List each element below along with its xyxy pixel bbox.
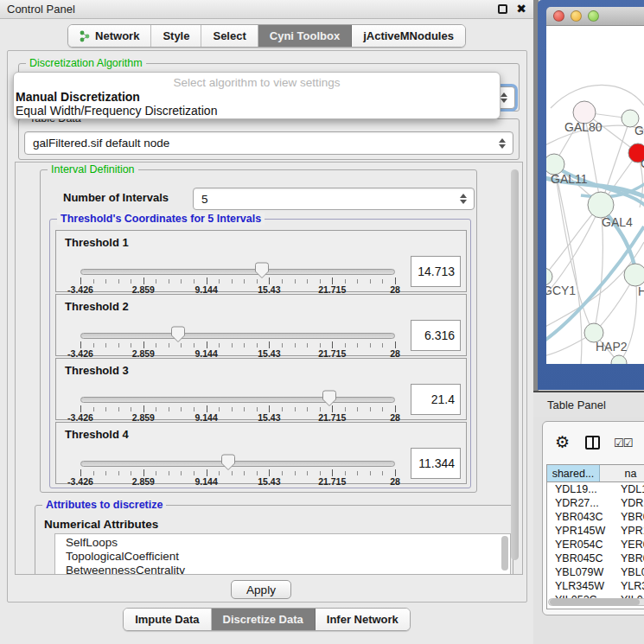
dropdown-option[interactable]: Manual Discretization [14, 90, 500, 104]
node-label: GAL [634, 124, 644, 137]
cell-shared-name: YBR045C [547, 552, 614, 564]
table-header: shared... na [547, 465, 644, 482]
network-node[interactable] [588, 192, 614, 218]
tab-cyni-toolbox[interactable]: Cyni Toolbox [258, 25, 352, 47]
scale-label: 2.859 [132, 476, 155, 487]
list-scrollbar[interactable] [501, 536, 508, 571]
scale-label: 9.144 [194, 476, 217, 487]
table-row[interactable]: YBL079WYBL0 [547, 565, 644, 579]
slider-thumb[interactable] [220, 454, 236, 471]
table-data-combobox[interactable]: galFiltered.sif default node [24, 131, 513, 155]
tab-impute-data[interactable]: Impute Data [124, 609, 211, 630]
node-label: H [638, 284, 644, 298]
attribute-list-item[interactable]: TopologicalCoefficient [66, 550, 510, 564]
column-header-name[interactable]: na [600, 465, 644, 481]
slider-ticks [80, 407, 396, 411]
major-tick [207, 277, 207, 284]
slider-track[interactable] [80, 397, 395, 403]
major-tick [332, 277, 333, 284]
slider-track[interactable] [80, 333, 395, 339]
slider-thumb[interactable] [170, 326, 186, 343]
threshold-row: Threshold 3-3.4262.8599.14415.4321.71528… [55, 358, 467, 420]
major-tick [80, 277, 81, 284]
cell-name: YDR2 [614, 497, 644, 509]
table-toolbar: ⚙ ☑☑ [543, 422, 644, 463]
slider-thumb[interactable] [322, 390, 337, 407]
close-icon[interactable]: ✖ [516, 4, 526, 14]
zoom-button-icon[interactable] [588, 10, 599, 22]
apply-button[interactable]: Apply [231, 580, 291, 599]
network-window: GAL80GALCGAL11GAL4GCY1HHAP2 [538, 0, 644, 390]
threshold-label: Threshold 3 [65, 364, 129, 377]
network-canvas[interactable]: GAL80GALCGAL11GAL4GCY1HHAP2 [546, 26, 644, 364]
number-of-intervals-label: Number of Intervals [63, 191, 169, 204]
major-tick [207, 405, 207, 412]
threshold-label: Threshold 2 [65, 300, 129, 313]
attributes-listbox[interactable]: SelfLoopsTopologicalCoefficientBetweenne… [54, 533, 511, 575]
interval-group-label: Interval Definition [48, 163, 138, 175]
algorithm-dropdown-popup: Select algorithm to view settings Manual… [13, 72, 501, 119]
table-data-group: Table Data galFiltered.sif default node [18, 118, 520, 160]
tab-network[interactable]: Network [68, 25, 151, 47]
tab-jactivemnodules[interactable]: jActiveMNodules [352, 25, 465, 47]
slider-ticks [80, 471, 396, 475]
major-tick [269, 469, 270, 476]
split-columns-icon[interactable] [585, 436, 600, 450]
control-panel-window: Control Panel ✖ NetworkStyleSelectCyni T… [0, 0, 533, 644]
cell-name: YLR3 [614, 580, 644, 592]
tab-discretize-data[interactable]: Discretize Data [212, 609, 316, 630]
interval-definition-group: Interval Definition Number of Intervals … [40, 169, 477, 493]
network-node[interactable] [624, 264, 644, 286]
node-table: shared... na YDL19...YDL1YDR27...YDR2YBR… [546, 464, 644, 609]
minimize-button-icon[interactable] [571, 10, 582, 22]
table-row[interactable]: YER054CYER0 [547, 538, 644, 552]
checkbox-icons[interactable]: ☑☑ [614, 437, 632, 450]
threshold-value-field[interactable]: 6.316 [411, 320, 461, 351]
horizontal-scrollbar[interactable] [548, 598, 644, 606]
attribute-list-item[interactable]: SelfLoops [66, 536, 510, 550]
threshold-row: Threshold 1-3.4262.8599.14415.4321.71528… [55, 230, 467, 292]
slider-thumb[interactable] [254, 262, 270, 279]
major-tick [332, 341, 333, 348]
major-tick [395, 405, 396, 412]
cell-name: YBL0 [614, 566, 644, 578]
table-row[interactable]: YDL19...YDL1 [547, 482, 644, 496]
attribute-list-item[interactable]: BetweennessCentrality [66, 564, 510, 575]
scale-label: -3.426 [67, 476, 93, 487]
threshold-value-field[interactable]: 11.344 [411, 448, 461, 479]
table-row[interactable]: YDR27...YDR2 [547, 496, 644, 510]
close-button-icon[interactable] [553, 10, 564, 22]
cell-shared-name: YER054C [547, 539, 614, 551]
table-row[interactable]: YLR345WYLR3 [547, 579, 644, 593]
major-tick [269, 405, 270, 412]
dropdown-prompt: Select algorithm to view settings [14, 73, 500, 90]
algorithm-group-label: Discretization Algorithm [26, 57, 146, 69]
dropdown-option[interactable]: Equal Width/Frequency Discretization [14, 104, 500, 118]
cell-shared-name: YDL19... [547, 483, 614, 495]
table-row[interactable]: YBR043CYBR0 [547, 510, 644, 524]
table-row[interactable]: YPR145WYPR1 [547, 524, 644, 538]
threshold-value-field[interactable]: 21.4 [411, 384, 461, 415]
gear-icon[interactable]: ⚙ [555, 434, 570, 451]
number-of-intervals-combobox[interactable]: 5 [193, 188, 475, 210]
network-node[interactable] [546, 268, 552, 285]
table-row[interactable]: YBR045CYBR0 [547, 552, 644, 565]
major-tick [207, 341, 207, 348]
node-label: GCY1 [546, 284, 576, 297]
node-label: GAL11 [551, 172, 588, 186]
tab-select[interactable]: Select [201, 25, 258, 47]
float-window-icon[interactable] [498, 4, 507, 14]
column-header-shared-name[interactable]: shared... [547, 465, 600, 481]
threshold-value-field[interactable]: 14.713 [411, 256, 461, 287]
slider-track[interactable] [80, 269, 395, 275]
tab-infer-network[interactable]: Infer Network [316, 609, 410, 630]
cell-shared-name: YBL079W [547, 566, 614, 578]
slider-track[interactable] [80, 461, 395, 467]
vertical-scrollbar[interactable] [511, 169, 519, 560]
tab-style[interactable]: Style [151, 25, 201, 47]
cell-shared-name: YLR345W [547, 580, 614, 592]
scale-label: 28 [390, 476, 400, 487]
cell-shared-name: YPR145W [547, 525, 614, 537]
attributes-group: Attributes to discretize Numerical Attri… [35, 505, 513, 575]
horizontal-scrollbar-thumb[interactable] [550, 599, 640, 605]
